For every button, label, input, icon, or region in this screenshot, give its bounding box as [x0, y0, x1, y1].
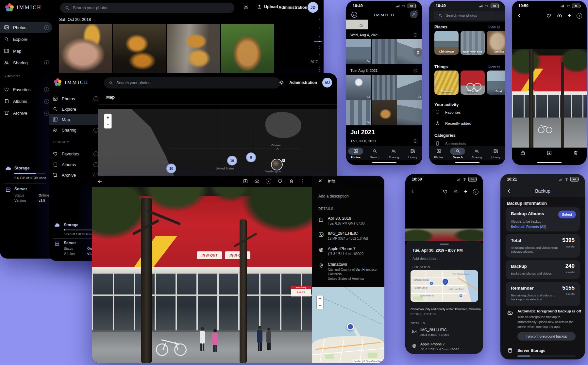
sidebar-item-map[interactable]: Map: [49, 114, 102, 125]
photo-tile[interactable]: [372, 39, 397, 64]
foreground-toggle-button[interactable]: Turn on foreground backup: [517, 332, 576, 341]
select-check-icon[interactable]: [413, 68, 418, 73]
add-description-field[interactable]: Add a description: [318, 194, 349, 198]
sidebar-item-favorites[interactable]: Favoritesi: [49, 149, 102, 159]
photo-tile-mushroom-2[interactable]: [113, 24, 166, 73]
photo-tile[interactable]: [346, 100, 371, 125]
favorite-icon[interactable]: [443, 189, 448, 194]
more-options-icon[interactable]: ⋮: [300, 179, 305, 183]
archive-icon[interactable]: [546, 150, 552, 156]
location-minimap[interactable]: + − Leaflet | © OpenStreetMap: [312, 287, 384, 363]
nav-sharing[interactable]: Sharing: [467, 146, 486, 160]
add-description-field[interactable]: Add description...: [412, 257, 440, 261]
places-view-all-link[interactable]: View all: [488, 25, 500, 29]
activity-favorites-row[interactable]: Favorites: [435, 110, 461, 115]
share-icon[interactable]: [520, 150, 526, 156]
administration-link[interactable]: Administration: [289, 80, 317, 85]
nav-search[interactable]: Search: [448, 146, 467, 160]
sidebar-item-explore[interactable]: Explore: [0, 34, 52, 44]
photo-tile[interactable]: [346, 39, 371, 64]
nav-library[interactable]: Library: [486, 146, 505, 160]
cloud-upload-icon[interactable]: [557, 13, 562, 18]
category-screenshots-row[interactable]: Screenshots: [435, 141, 466, 146]
back-chevron-icon[interactable]: [517, 13, 522, 18]
next-photo-chevron[interactable]: ›: [298, 268, 300, 277]
photo-tile[interactable]: [372, 75, 397, 100]
viewer-photo[interactable]: [512, 49, 587, 148]
map-photo-marker[interactable]: [271, 159, 283, 170]
map-cluster-marker[interactable]: 10: [227, 156, 237, 166]
close-icon[interactable]: ✕: [318, 178, 322, 183]
sidebar-item-map[interactable]: Map: [0, 46, 52, 56]
sidebar-item-favorites[interactable]: Favoritesi: [0, 84, 52, 95]
sidebar-item-archive[interactable]: Archivei: [0, 108, 52, 118]
trash-icon[interactable]: [573, 150, 579, 156]
sidebar-item-photos[interactable]: Photosi: [49, 93, 102, 104]
timeline-scrub-handle[interactable]: [413, 48, 422, 57]
theme-toggle-icon[interactable]: [279, 80, 284, 85]
place-card-near-north-side[interactable]: Near north side: [461, 31, 485, 55]
detail-location[interactable]: Chinatown: [328, 262, 347, 267]
sidebar-item-albums[interactable]: Albumsi: [49, 159, 102, 170]
thing-card-bicycle[interactable]: Bicycle: [461, 71, 485, 95]
minimap-zoom-out[interactable]: −: [316, 302, 324, 309]
sheet-drag-handle[interactable]: [440, 244, 449, 245]
photo-tile[interactable]: [346, 75, 371, 100]
cloud-upload-icon[interactable]: [453, 189, 459, 194]
location-map-card[interactable]: The Embarcadero Jefferson Street Jeffers…: [411, 270, 478, 302]
map-cluster-marker[interactable]: 10: [166, 164, 176, 173]
info-icon[interactable]: i: [473, 189, 479, 195]
search-input[interactable]: Search your photos: [104, 77, 280, 88]
photo-tile-mushroom-3[interactable]: [167, 24, 220, 73]
photo-tile[interactable]: [397, 100, 422, 125]
nav-photos[interactable]: Photos: [429, 146, 448, 160]
cloud-upload-icon[interactable]: [254, 179, 260, 184]
map-cluster-marker[interactable]: 8: [246, 152, 256, 162]
add-icon[interactable]: +: [568, 13, 571, 18]
info-icon[interactable]: i: [266, 179, 271, 184]
select-check-icon[interactable]: [413, 33, 418, 37]
sidebar-item-explore[interactable]: Explore: [49, 104, 102, 114]
user-avatar[interactable]: JD: [308, 2, 318, 13]
theme-toggle-icon[interactable]: [243, 5, 249, 10]
favorite-icon[interactable]: [277, 179, 283, 184]
upload-button[interactable]: Upload: [257, 4, 278, 9]
timeline-scrubber[interactable]: 2017: [307, 16, 323, 78]
photo-tile[interactable]: [397, 75, 422, 100]
activity-recent-row[interactable]: Recently added: [435, 121, 471, 126]
info-icon[interactable]: i: [577, 13, 582, 19]
map-zoom-out-button[interactable]: −: [104, 121, 112, 129]
back-chevron-icon[interactable]: [410, 189, 416, 194]
photo-tile-partial[interactable]: [346, 20, 368, 29]
archive-box-icon[interactable]: [243, 179, 248, 184]
things-view-all-link[interactable]: View all: [488, 65, 500, 69]
thing-card-boat[interactable]: Boat: [487, 71, 505, 95]
sidebar-item-photos[interactable]: Photosi: [0, 22, 52, 33]
nav-sharing[interactable]: Sharing: [384, 146, 403, 160]
nav-library[interactable]: Library: [403, 146, 422, 160]
search-input[interactable]: Search your photos: [60, 3, 234, 13]
sidebar-item-sharing[interactable]: Sharingi: [0, 57, 52, 68]
place-card-omaha[interactable]: Omaha: [487, 31, 505, 55]
add-icon[interactable]: +: [464, 189, 467, 194]
profile-avatar[interactable]: [410, 10, 418, 18]
select-check-icon[interactable]: [413, 139, 418, 143]
sidebar-item-albums[interactable]: Albumsi: [0, 96, 52, 106]
sidebar-item-sharing[interactable]: Sharingi: [49, 125, 102, 135]
trash-icon[interactable]: [289, 179, 294, 184]
user-avatar[interactable]: AU: [322, 78, 332, 87]
nav-search[interactable]: Search: [365, 146, 384, 160]
prev-photo-chevron[interactable]: ‹: [96, 268, 99, 277]
minimap-zoom-in[interactable]: +: [316, 295, 324, 302]
administration-link[interactable]: Administration: [278, 5, 307, 10]
favorite-icon[interactable]: [546, 13, 551, 18]
photo-tile-mushroom-basket[interactable]: [221, 24, 274, 73]
select-button[interactable]: Select: [558, 211, 576, 218]
back-icon[interactable]: [97, 179, 103, 184]
photo-tile[interactable]: [372, 100, 397, 125]
nav-photos[interactable]: Photos: [346, 146, 365, 160]
photo-tile-mushroom-1[interactable]: [59, 24, 112, 73]
thing-card-banana[interactable]: Banana: [434, 71, 459, 95]
place-card-chinatown[interactable]: Chinatown: [434, 31, 459, 55]
search-input[interactable]: Search your photos: [434, 11, 505, 20]
